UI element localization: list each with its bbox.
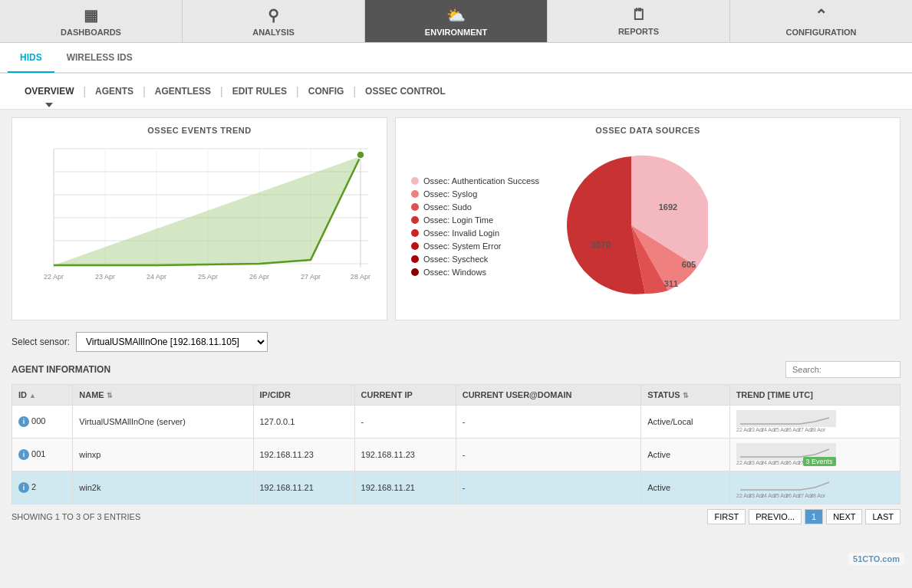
- nav-configuration-label: CONFIGURATION: [785, 28, 856, 37]
- nav-reports[interactable]: 🗒 REPORTS: [548, 0, 730, 42]
- legend-label: Ossec: Sudo: [423, 202, 472, 212]
- sort-icon-name[interactable]: ⇅: [107, 392, 113, 399]
- mini-trend-svg: 22 Apr 23 Apr 24 Apr 25 Apr 26 Apr 27 Ap…: [736, 410, 836, 432]
- cell-status: Active/Local: [641, 406, 729, 439]
- nav-environment[interactable]: ⛅ ENVIRONMENT: [365, 0, 548, 42]
- legend-login-time: Ossec: Login Time: [411, 215, 539, 225]
- col-trend: TREND [TIME UTC]: [729, 385, 900, 406]
- cell-current-ip: 192.168.11.23: [354, 439, 456, 471]
- table-row: i 000 VirtualUSMAllInOne (server) 127.0.…: [12, 406, 900, 439]
- btn-next[interactable]: NEXT: [826, 509, 862, 524]
- cell-current-ip: 192.168.11.21: [354, 471, 456, 504]
- environment-icon: ⛅: [446, 6, 466, 25]
- tab-wireless-ids[interactable]: WIRELESS IDS: [54, 44, 145, 73]
- cell-name: VirtualUSMAllInOne (server): [73, 406, 253, 439]
- info-icon[interactable]: i: [18, 416, 29, 427]
- table-header: ID ▲ NAME ⇅ IP/CIDR CURRENT IP CURRENT U…: [12, 385, 900, 406]
- legend-dot: [411, 203, 419, 211]
- btn-page-1[interactable]: 1: [805, 509, 823, 524]
- pie-legend: Ossec: Authentication Success Ossec: Sys…: [411, 176, 539, 277]
- main-content: OSSEC EVENTS TREND: [0, 110, 912, 537]
- table-row-highlighted: i 2 win2k 192.168.11.21 192.168.11.21 - …: [12, 471, 900, 504]
- legend-dot: [411, 229, 419, 237]
- cell-user-domain: -: [456, 406, 641, 439]
- entries-count: SHOWING 1 TO 3 OF 3 ENTRIES: [12, 512, 140, 521]
- sub-tabs-bar: HIDS WIRELESS IDS: [0, 43, 912, 74]
- secnav-config[interactable]: CONFIG: [299, 81, 354, 101]
- legend-dot: [411, 216, 419, 224]
- legend-label: Ossec: Syslog: [423, 189, 477, 199]
- svg-text:1692: 1692: [659, 202, 677, 212]
- legend-syscheck: Ossec: Syscheck: [411, 255, 539, 264]
- analysis-icon: ⚲: [268, 6, 279, 25]
- legend-dot: [411, 242, 419, 250]
- agent-table: ID ▲ NAME ⇅ IP/CIDR CURRENT IP CURRENT U…: [12, 384, 900, 504]
- legend-invalid-login: Ossec: Invalid Login: [411, 228, 539, 238]
- secnav-agents[interactable]: AGENTS: [86, 81, 143, 101]
- svg-text:28 Apr: 28 Apr: [810, 493, 826, 498]
- cell-trend: 22 Apr 23 Apr 24 Apr 25 Apr 26 Apr 27 Ap…: [729, 406, 900, 439]
- btn-prev[interactable]: PREVIO...: [749, 509, 802, 524]
- sort-icon-id[interactable]: ▲: [29, 392, 36, 399]
- nav-configuration[interactable]: ⌃ CONFIGURATION: [730, 0, 912, 42]
- nav-environment-label: ENVIRONMENT: [425, 28, 487, 37]
- pagination-buttons: FIRST PREVIO... 1 NEXT LAST: [707, 509, 900, 524]
- cell-user-domain: -: [456, 471, 641, 504]
- mini-trend-svg: 22 Apr 23 Apr 24 Apr 25 Apr 26 Apr 27 Ap…: [736, 476, 836, 498]
- legend-dot: [411, 255, 419, 263]
- col-current-ip: CURRENT IP: [354, 385, 456, 406]
- legend-label: Ossec: Invalid Login: [423, 228, 499, 238]
- sensor-selector-row: Select sensor: VirtualUSMAllInOne [192.1…: [12, 332, 900, 352]
- table-row: i 001 winxp 192.168.11.23 192.168.11.23 …: [12, 439, 900, 471]
- sensor-label: Select sensor:: [12, 337, 70, 347]
- sensor-select[interactable]: VirtualUSMAllInOne [192.168.11.105]: [76, 332, 268, 352]
- svg-text:27 Apr: 27 Apr: [301, 273, 321, 281]
- pagination-bar: SHOWING 1 TO 3 OF 3 ENTRIES FIRST PREVIO…: [12, 504, 900, 529]
- legend-label: Ossec: System Error: [423, 241, 501, 251]
- tab-hids[interactable]: HIDS: [8, 44, 54, 73]
- nav-analysis[interactable]: ⚲ ANALYSIS: [183, 0, 365, 42]
- cell-trend: 22 Apr 23 Apr 24 Apr 25 Apr 26 Apr 27 Ap…: [729, 471, 900, 504]
- col-id: ID ▲: [12, 385, 73, 406]
- nav-dashboards-label: DASHBOARDS: [61, 28, 121, 37]
- info-icon[interactable]: i: [18, 482, 29, 493]
- legend-dot: [411, 190, 419, 198]
- cell-name: winxp: [73, 439, 253, 471]
- cell-ip: 192.168.11.21: [253, 471, 354, 504]
- secnav-edit-rules[interactable]: EDIT RULES: [223, 81, 296, 101]
- search-input[interactable]: [785, 361, 900, 378]
- legend-label: Ossec: Login Time: [423, 215, 493, 225]
- top-navigation: ▦ DASHBOARDS ⚲ ANALYSIS ⛅ ENVIRONMENT 🗒 …: [0, 0, 912, 43]
- col-status: STATUS ⇅: [641, 385, 729, 406]
- nav-reports-label: REPORTS: [618, 27, 659, 36]
- btn-first[interactable]: FIRST: [707, 509, 746, 524]
- pie-section: Ossec: Authentication Success Ossec: Sys…: [403, 141, 892, 312]
- legend-label: Ossec: Syscheck: [423, 255, 488, 264]
- charts-row: OSSEC EVENTS TREND: [12, 117, 900, 320]
- line-chart-svg-container: 22 Apr 23 Apr 24 Apr 25 Apr 26 Apr 27 Ap…: [20, 141, 379, 294]
- dashboards-icon: ▦: [84, 6, 98, 25]
- cell-status: Active: [641, 439, 729, 471]
- svg-text:605: 605: [682, 260, 696, 269]
- legend-dot: [411, 268, 419, 276]
- configuration-icon: ⌃: [815, 6, 828, 25]
- svg-text:24 Apr: 24 Apr: [147, 273, 166, 281]
- cell-id: i 000: [12, 406, 73, 439]
- cell-ip: 127.0.0.1: [253, 406, 354, 439]
- sort-icon-status[interactable]: ⇅: [683, 392, 689, 399]
- cell-trend: 22 Apr 23 Apr 24 Apr 25 Apr 26 Apr 27 Ap…: [729, 439, 900, 471]
- col-name: NAME ⇅: [73, 385, 253, 406]
- secnav-agentless[interactable]: AGENTLESS: [146, 81, 220, 101]
- secnav-overview[interactable]: OVERVIEW: [15, 81, 83, 101]
- pie-chart-container: 1692 605 311 3070: [555, 149, 708, 304]
- cell-id: i 2: [12, 471, 73, 504]
- svg-point-14: [357, 151, 364, 159]
- svg-text:25 Apr: 25 Apr: [198, 273, 218, 281]
- nav-dashboards[interactable]: ▦ DASHBOARDS: [0, 0, 183, 42]
- btn-last[interactable]: LAST: [865, 509, 900, 524]
- legend-auth-success: Ossec: Authentication Success: [411, 176, 539, 186]
- secnav-ossec-control[interactable]: OSSEC CONTROL: [356, 81, 455, 101]
- info-icon[interactable]: i: [18, 449, 29, 460]
- svg-marker-13: [54, 156, 361, 265]
- legend-windows: Ossec: Windows: [411, 268, 539, 277]
